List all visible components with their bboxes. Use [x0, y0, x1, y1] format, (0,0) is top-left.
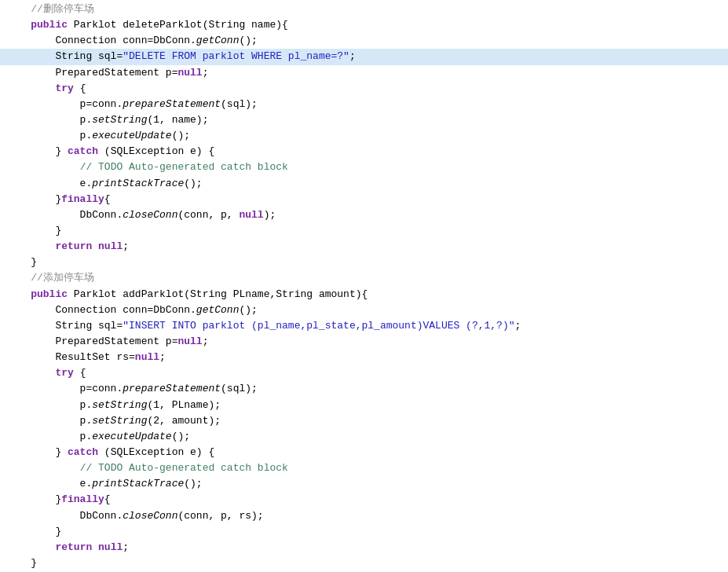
code-line: // TODO Auto-generated catch block [0, 460, 728, 476]
code-line: e.printStackTrace(); [0, 476, 728, 492]
code-line: p.executeUpdate(); [0, 128, 728, 144]
code-block: //删除停车场 public Parklot deleteParklot(Str… [0, 0, 728, 572]
method-call: prepareStatement [123, 98, 221, 110]
comment: //删除停车场 [6, 3, 94, 15]
code-line: } [0, 556, 728, 571]
code-line: public Parklot deleteParklot(String name… [0, 17, 728, 33]
method-call: setString [92, 114, 147, 126]
method-call: getConn [196, 304, 240, 316]
comment-todo: // TODO Auto-generated catch block [80, 462, 288, 474]
method-call: prepareStatement [123, 383, 221, 394]
code-line: Connection conn=DbConn.getConn(); [0, 302, 728, 318]
code-line: }finally{ [0, 492, 728, 508]
code-line: Connection conn=DbConn.getConn(); [0, 33, 728, 49]
code-line: p=conn.prepareStatement(sql); [0, 381, 728, 397]
keyword-finally: finally [61, 193, 104, 205]
code-editor: //删除停车场 public Parklot deleteParklot(Str… [0, 0, 728, 572]
code-line: p.setString(2, amount); [0, 413, 728, 429]
code-line: } catch (SQLException e) { [0, 445, 728, 460]
keyword-finally: finally [61, 493, 104, 505]
code-line: return null; [0, 540, 728, 556]
method-call: getConn [196, 35, 240, 46]
keyword-null: null [135, 351, 159, 363]
code-line: public Parklot addParklot(String PLname,… [0, 287, 728, 302]
keyword-try: try [55, 82, 73, 94]
method-call: closeConn [123, 209, 177, 221]
code-line: //删除停车场 [0, 2, 728, 17]
keyword-public: public [31, 288, 68, 300]
code-line: try { [0, 81, 728, 97]
code-line: } catch (SQLException e) { [0, 144, 728, 160]
code-line: //添加停车场 [0, 270, 728, 286]
code-line: String sql="INSERT INTO parklot (pl_name… [0, 318, 728, 334]
method-call: closeConn [123, 510, 177, 522]
keyword-try: try [55, 367, 73, 379]
method-call: printStackTrace [92, 478, 184, 490]
code-line: } [0, 255, 728, 270]
method-call: setString [92, 415, 147, 427]
keyword-null: null [177, 336, 202, 347]
code-line: }finally{ [0, 192, 728, 207]
method-call: setString [92, 399, 147, 411]
code-line: p.setString(1, name); [0, 112, 728, 128]
comment-todo: // TODO Auto-generated catch block [80, 161, 288, 173]
string-literal: "INSERT INTO parklot (pl_name,pl_state,p… [123, 320, 514, 332]
code-line: p.setString(1, PLname); [0, 398, 728, 413]
keyword-null: null [239, 209, 263, 221]
keyword-null: null [98, 541, 123, 553]
code-line: ResultSet rs=null; [0, 350, 728, 365]
code-line: e.printStackTrace(); [0, 176, 728, 192]
code-line: DbConn.closeConn(conn, p, rs); [0, 508, 728, 524]
code-line: p.executeUpdate(); [0, 429, 728, 445]
comment-cn: //添加停车场 [6, 272, 94, 284]
keyword-return: return [55, 541, 92, 553]
keyword-public: public [31, 19, 68, 31]
string-literal: "DELETE FROM parklot WHERE pl_name=?" [123, 50, 349, 62]
code-line: return null; [0, 239, 728, 255]
keyword-catch: catch [68, 446, 98, 458]
code-line: p=conn.prepareStatement(sql); [0, 97, 728, 112]
code-line: PreparedStatement p=null; [0, 334, 728, 350]
code-line-highlighted: String sql="DELETE FROM parklot WHERE pl… [0, 49, 728, 64]
keyword-return: return [55, 240, 92, 252]
method-call: executeUpdate [92, 431, 171, 442]
code-line: PreparedStatement p=null; [0, 65, 728, 81]
code-line: // TODO Auto-generated catch block [0, 160, 728, 175]
code-line: DbConn.closeConn(conn, p, null); [0, 207, 728, 223]
keyword-null: null [98, 240, 123, 252]
keyword-null: null [177, 67, 202, 79]
code-line: try { [0, 365, 728, 381]
method-call: printStackTrace [92, 178, 184, 189]
keyword-catch: catch [68, 145, 98, 157]
code-line: } [0, 223, 728, 239]
code-line: } [0, 524, 728, 540]
method-call: executeUpdate [92, 130, 171, 141]
